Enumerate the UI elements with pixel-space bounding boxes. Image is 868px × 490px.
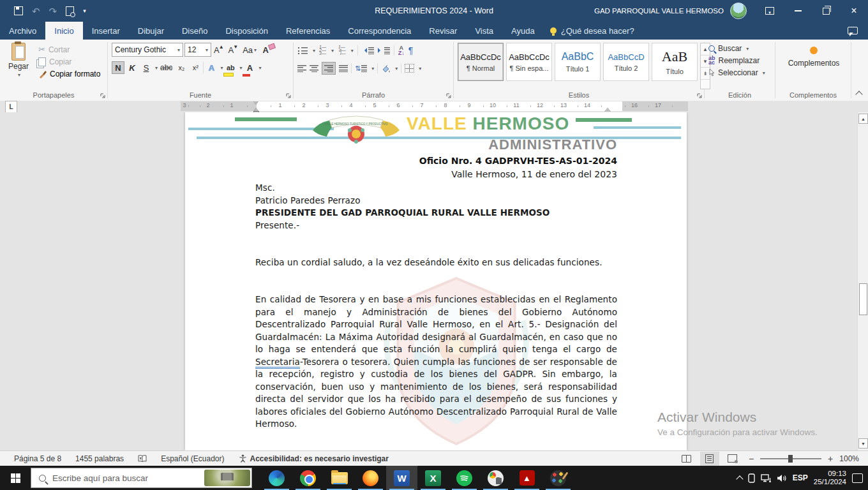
account-avatar[interactable] xyxy=(730,3,747,19)
action-center-icon[interactable] xyxy=(852,473,863,483)
search-daily-image[interactable] xyxy=(204,470,250,486)
zoom-percentage[interactable]: 100% xyxy=(839,454,859,463)
taskbar-chrome[interactable] xyxy=(292,466,324,490)
pilcrow-button[interactable]: ¶ xyxy=(408,45,414,56)
font-color-button[interactable]: A xyxy=(243,61,256,74)
addins-button[interactable]: Complementos xyxy=(779,47,848,89)
taskbar-file-explorer[interactable] xyxy=(324,466,355,490)
borders-button[interactable] xyxy=(405,64,414,73)
tab-inicio[interactable]: Inicio xyxy=(45,22,82,40)
your-phone-icon[interactable] xyxy=(748,473,755,483)
document-area[interactable]: VALLE HERMOSO TURISTICO Y PRODUCTIVO VAL… xyxy=(0,112,868,450)
tab-archivo[interactable]: Archivo xyxy=(0,22,45,40)
collapse-ribbon-icon[interactable] xyxy=(855,91,862,98)
tab-vista[interactable]: Vista xyxy=(466,22,502,40)
sort-button[interactable]: AZ↓ xyxy=(398,45,405,56)
zoom-slider[interactable] xyxy=(760,458,821,459)
align-right-button[interactable] xyxy=(322,62,336,75)
bullets-button[interactable] xyxy=(297,47,308,54)
style-titulo[interactable]: AaB Título xyxy=(652,43,698,81)
taskbar-edge[interactable] xyxy=(261,466,292,490)
tell-me-box[interactable]: ¿Qué desea hacer? xyxy=(544,22,641,40)
oficio-number[interactable]: Oficio Nro. 4 GADPRVH-TES-AS-01-2024 xyxy=(419,156,617,166)
numbering-button[interactable]: 1—2—3— xyxy=(319,46,326,55)
account-name[interactable]: GAD PARROQUIAL VALLE HERMOSO xyxy=(594,7,724,15)
cut-button[interactable]: ✂ Cortar xyxy=(38,45,100,54)
customize-qat-icon[interactable]: ▾ xyxy=(83,8,86,14)
save-icon[interactable] xyxy=(14,6,23,15)
page-indicator[interactable]: Página 5 de 8 xyxy=(14,454,61,463)
taskbar-word[interactable]: W xyxy=(386,466,417,490)
taskbar-acrobat[interactable]: ▲ xyxy=(511,466,542,490)
justify-button[interactable] xyxy=(339,64,348,72)
horizontal-ruler[interactable]: 32112345678910111213141617 xyxy=(181,101,688,111)
vertical-scrollbar[interactable]: ▲ ▼ xyxy=(857,112,868,450)
select-button[interactable]: Seleccionar▾ xyxy=(708,68,765,77)
find-button[interactable]: Buscar▾ xyxy=(708,44,765,53)
web-layout-button[interactable] xyxy=(723,452,742,466)
multilevel-list-button[interactable]: 1— a— i— xyxy=(338,46,346,55)
taskbar-excel[interactable]: X xyxy=(417,466,449,490)
undo-icon[interactable]: ↶ xyxy=(32,6,40,16)
input-language-indicator[interactable]: ESP xyxy=(793,473,808,482)
font-size-select[interactable]: 12▾ xyxy=(184,43,211,57)
greeting-paragraph[interactable]: Reciba un cordial saludo, a la vez deseá… xyxy=(255,256,617,269)
highlight-color-button[interactable]: ab xyxy=(224,61,237,74)
header-green-bar-right[interactable] xyxy=(576,118,632,122)
taskbar-clock[interactable]: 09:13 25/1/2024 xyxy=(814,470,846,486)
tab-correspondencia[interactable]: Correspondencia xyxy=(339,22,420,40)
taskbar-paint[interactable] xyxy=(542,466,574,490)
header-brand-text[interactable]: VALLE HERMOSO xyxy=(407,114,569,134)
header-green-bar-left[interactable] xyxy=(235,117,297,121)
change-case-button[interactable]: Aa▾ xyxy=(241,43,258,56)
zoom-slider-thumb[interactable] xyxy=(788,455,793,463)
scrollbar-thumb[interactable] xyxy=(859,283,867,315)
read-mode-button[interactable] xyxy=(677,452,696,466)
subscript-button[interactable]: x₂ xyxy=(175,61,188,74)
dialog-launcher-icon[interactable] xyxy=(285,93,292,99)
style-titulo-2[interactable]: AaBbCcD Título 2 xyxy=(603,43,649,81)
underline-button[interactable]: S xyxy=(140,61,153,74)
zoom-out-icon[interactable]: − xyxy=(746,454,756,464)
word-count[interactable]: 1455 palabras xyxy=(75,454,124,463)
volume-icon[interactable] xyxy=(777,474,787,482)
taskbar-firefox[interactable] xyxy=(355,466,386,490)
align-center-button[interactable] xyxy=(310,64,318,72)
right-indent-marker[interactable] xyxy=(604,105,611,112)
close-button[interactable]: × xyxy=(840,0,868,22)
tab-disposicion[interactable]: Disposición xyxy=(216,22,276,40)
format-painter-button[interactable]: Copiar formato xyxy=(38,70,100,78)
header-logo-crest[interactable]: VALLE HERMOSO TURISTICO Y PRODUCTIVO xyxy=(305,112,407,145)
hanging-indent-marker[interactable] xyxy=(253,105,258,111)
align-left-button[interactable] xyxy=(297,64,306,72)
style-sin-espaciado[interactable]: AaBbCcDc ¶ Sin espa... xyxy=(506,43,552,81)
copy-button[interactable]: Copiar xyxy=(38,57,100,66)
tab-ayuda[interactable]: Ayuda xyxy=(502,22,544,40)
print-preview-icon[interactable] xyxy=(66,6,74,16)
replace-button[interactable]: abac Reemplazar xyxy=(708,56,765,65)
style-normal[interactable]: AaBbCcDc ¶ Normal xyxy=(458,43,504,81)
comments-icon[interactable] xyxy=(848,22,858,40)
line-spacing-button[interactable]: ⇅ xyxy=(355,64,367,73)
font-name-select[interactable]: Century Gothic▾ xyxy=(112,43,183,57)
start-button[interactable] xyxy=(0,466,31,490)
scroll-down-icon[interactable]: ▼ xyxy=(858,438,868,449)
tab-insertar[interactable]: Insertar xyxy=(83,22,129,40)
italic-button[interactable]: K xyxy=(126,61,138,74)
tab-stop-selector[interactable]: L xyxy=(5,101,17,113)
oficio-date[interactable]: Valle Hermoso, 11 de enero del 2023 xyxy=(451,169,617,179)
proofing-icon[interactable] xyxy=(138,455,147,463)
tab-referencias[interactable]: Referencias xyxy=(277,22,339,40)
shrink-font-button[interactable]: A▼ xyxy=(227,43,241,56)
increase-indent-button[interactable] xyxy=(378,47,390,54)
language-indicator[interactable]: Español (Ecuador) xyxy=(161,454,224,463)
taskbar-search-input[interactable]: Escribe aquí para buscar xyxy=(31,468,252,488)
body-paragraph[interactable]: En calidad de Tesorera y en base a mis f… xyxy=(255,293,617,431)
header-blue-bar-right[interactable] xyxy=(594,126,681,129)
print-layout-button[interactable] xyxy=(700,452,719,466)
tab-dibujar[interactable]: Dibujar xyxy=(129,22,173,40)
underline-dropdown-icon[interactable]: ▾ xyxy=(155,65,158,71)
ribbon-display-options-button[interactable]: ▾ xyxy=(756,0,784,22)
show-hidden-icons[interactable] xyxy=(737,475,742,482)
clear-formatting-button[interactable]: A xyxy=(259,43,272,56)
